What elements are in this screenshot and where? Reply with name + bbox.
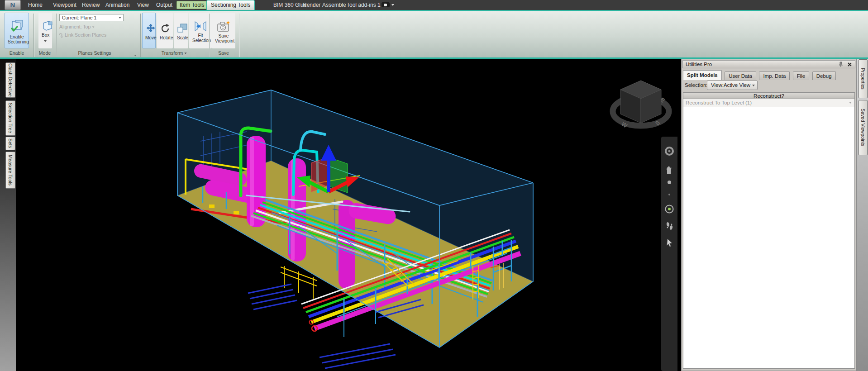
- enable-sectioning-button[interactable]: Enable Sectioning: [5, 13, 29, 48]
- menu-animation[interactable]: Animation: [105, 2, 129, 9]
- small-dot-icon[interactable]: [668, 193, 671, 196]
- alignment-control[interactable]: Alignment: Top: [59, 24, 95, 29]
- fit-selection-icon: [194, 21, 207, 32]
- zoom-dot-icon[interactable]: [667, 180, 672, 185]
- group-label-mode: Mode: [34, 50, 55, 57]
- panel-title: Utilities Pro: [686, 62, 712, 67]
- left-dock-strip: Clash Detective Selection Tree Sets Meas…: [0, 59, 16, 371]
- selection-dropdown-value: View:Active View: [711, 82, 750, 88]
- scene-svg: N E S W: [16, 59, 680, 371]
- current-plane-dropdown[interactable]: Current: Plane 1: [59, 14, 124, 21]
- utilities-pro-panel: Utilities Pro Split Models User Data Imp…: [681, 59, 857, 371]
- selection-label: Selection:: [685, 82, 708, 88]
- alignment-caret-icon: [92, 27, 95, 28]
- link-section-planes-label: Link Section Planes: [65, 32, 106, 38]
- section-box[interactable]: [177, 90, 533, 347]
- tab-selection-tree[interactable]: Selection Tree: [5, 100, 15, 136]
- menu-tool-addins[interactable]: Tool add-ins 1: [347, 2, 381, 9]
- viewport-3d[interactable]: N E S W: [16, 59, 680, 371]
- scale-button[interactable]: Scale: [174, 13, 188, 48]
- rotate-button[interactable]: Rotate: [157, 13, 173, 48]
- ribbon-divider: [33, 14, 34, 57]
- box-mode-button[interactable]: Box: [38, 13, 52, 48]
- panel-title-bar[interactable]: Utilities Pro: [682, 60, 855, 68]
- alignment-label: Alignment: Top: [59, 24, 91, 29]
- group-label-transform[interactable]: Transform: [141, 50, 207, 57]
- tab-split-models[interactable]: Split Models: [683, 70, 722, 80]
- walk-icon[interactable]: [664, 220, 675, 231]
- menu-item-tools[interactable]: Item Tools: [176, 1, 207, 9]
- group-label-save: Save: [209, 50, 238, 57]
- menu-render[interactable]: Render: [303, 2, 320, 9]
- save-viewpoint-label: Save Viewpoint: [215, 33, 232, 43]
- close-icon[interactable]: [846, 62, 853, 67]
- box-mode-label: Box: [42, 33, 49, 38]
- reconstruct-header[interactable]: Reconstruct?: [683, 92, 855, 99]
- menu-bim360[interactable]: BIM 360 Glue: [273, 2, 306, 9]
- selection-dropdown-caret-icon: [752, 85, 755, 86]
- tab-properties[interactable]: Properties: [858, 59, 868, 98]
- enable-sectioning-label: Enable Sectioning: [8, 34, 26, 44]
- box-dropdown-caret-icon: [44, 40, 47, 42]
- menu-review[interactable]: Review: [82, 2, 100, 9]
- fit-selection-button[interactable]: Fit Selection: [189, 13, 212, 48]
- planes-settings-launcher[interactable]: [134, 51, 138, 56]
- rotate-icon: [160, 23, 171, 34]
- link-icon: [58, 32, 63, 38]
- tab-file[interactable]: File: [793, 71, 810, 80]
- pan-hand-icon[interactable]: [664, 164, 675, 175]
- tab-saved-viewpoints[interactable]: Saved Viewpoints: [858, 100, 868, 155]
- capture-dot: [384, 4, 387, 6]
- reconstruct-row[interactable]: Reconstruct To Top Level (1): [683, 99, 855, 107]
- orbit-icon[interactable]: [664, 204, 675, 214]
- move-button[interactable]: Move: [142, 13, 156, 48]
- tab-sets[interactable]: Sets: [5, 137, 15, 150]
- fit-selection-label: Fit Selection: [192, 33, 209, 43]
- menu-sectioning-tools[interactable]: Sectioning Tools: [206, 0, 255, 10]
- save-viewpoint-button[interactable]: Save Viewpoint: [212, 13, 235, 48]
- pin-icon[interactable]: [838, 62, 844, 67]
- menu-bar: N Home Viewpoint Review Animation View O…: [0, 0, 868, 10]
- tab-imp-data[interactable]: Imp. Data: [759, 71, 790, 80]
- menu-output[interactable]: Output: [156, 2, 172, 9]
- capture-icon[interactable]: [382, 2, 390, 7]
- steering-wheel-icon[interactable]: [664, 146, 675, 157]
- tab-user-data[interactable]: User Data: [725, 71, 756, 80]
- ribbon: Enable Sectioning Enable Box Mode Curren…: [0, 10, 868, 59]
- app-icon[interactable]: N: [5, 0, 21, 10]
- ribbon-divider: [239, 14, 239, 57]
- navigation-bar: [661, 137, 677, 371]
- move-label: Move: [145, 35, 153, 41]
- group-label-enable: Enable: [2, 50, 32, 57]
- reconstruct-row-label: Reconstruct To Top Level (1): [686, 100, 752, 105]
- scale-label: Scale: [177, 35, 185, 41]
- results-list[interactable]: [683, 107, 855, 369]
- tab-clash-detective[interactable]: Clash Detective: [5, 62, 15, 98]
- select-arrow-icon[interactable]: [664, 238, 675, 248]
- tab-measure-tools[interactable]: Measure Tools: [5, 152, 15, 189]
- box-icon: [42, 20, 53, 31]
- link-section-planes-control[interactable]: Link Section Planes: [58, 32, 106, 38]
- move-icon: [145, 23, 156, 34]
- selection-dropdown[interactable]: View:Active View: [707, 81, 758, 90]
- scale-icon: [177, 23, 188, 34]
- menu-assemble[interactable]: Assemble: [322, 2, 346, 9]
- menu-view[interactable]: View: [137, 2, 149, 9]
- view-cube[interactable]: N E S W: [613, 81, 669, 129]
- camera-icon: [217, 20, 230, 32]
- plane-dropdown-caret-icon: [119, 17, 121, 19]
- menu-home[interactable]: Home: [28, 2, 43, 9]
- transform-caret-icon: [185, 53, 187, 54]
- reconstruct-row-caret-icon: [849, 102, 852, 104]
- menu-extra-caret-icon[interactable]: [391, 4, 394, 6]
- group-label-planes-settings: Planes Settings: [56, 50, 133, 57]
- sectioning-icon: [10, 19, 24, 33]
- ribbon-divider: [140, 14, 141, 57]
- current-plane-value: Current: Plane 1: [62, 15, 96, 20]
- panel-tabs: Split Models User Data Imp. Data File De…: [683, 70, 855, 80]
- rotate-label: Rotate: [160, 35, 170, 41]
- tab-debug[interactable]: Debug: [812, 71, 836, 80]
- menu-viewpoint[interactable]: Viewpoint: [53, 2, 76, 9]
